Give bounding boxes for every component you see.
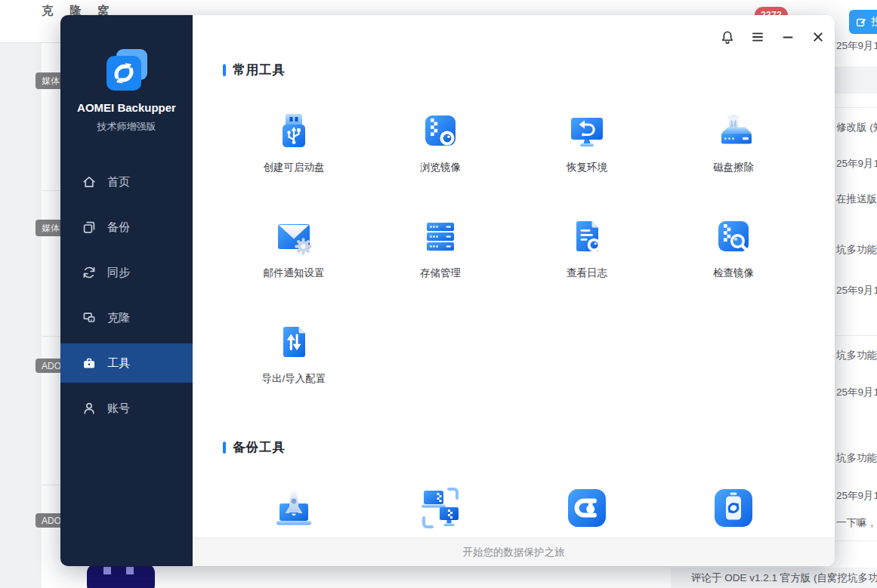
mail-notification-icon (273, 215, 315, 257)
tool-label: 导出/导入配置 (221, 372, 367, 386)
image-explore-icon (419, 109, 462, 152)
tool-label: 查看日志 (514, 266, 660, 280)
bg-list-separator (835, 66, 877, 94)
section-title: 备份工具 (223, 439, 835, 456)
tool-label: 存储管理 (367, 266, 514, 280)
sync-arrows-icon (82, 265, 97, 280)
tool-label: 恢复环境 (514, 161, 660, 174)
bg-text-snippet: 25年9月14 (836, 39, 877, 53)
image-deploy-icon (417, 485, 464, 531)
home-icon (82, 174, 97, 189)
notification-bell-icon[interactable] (719, 29, 736, 45)
tools-grid: 创建可启动盘 浏览镜像 (193, 109, 835, 426)
bg-left-column (0, 43, 42, 588)
view-logs-icon (566, 215, 608, 257)
brand-name: AOMEI Backupper (60, 101, 193, 114)
onekey-restore-icon (270, 485, 317, 531)
section-title: 常用工具 (223, 62, 835, 79)
sidebar: AOMEI Backupper 技术师增强版 首页 备份 (60, 15, 193, 566)
tool-explore-image[interactable]: 浏览镜像 (367, 109, 514, 215)
toolbox-icon (82, 356, 97, 371)
tool-view-logs[interactable]: 查看日志 (514, 215, 660, 321)
bg-text-snippet: 25年9月14 (836, 489, 877, 503)
sidebar-item-label: 备份 (107, 220, 130, 235)
aomei-backupper-window: AOMEI Backupper 技术师增强版 首页 备份 (60, 15, 835, 566)
bg-list-line (835, 540, 877, 541)
section-accent-bar (223, 442, 226, 454)
close-icon[interactable] (810, 29, 826, 45)
bg-submit-button[interactable]: 投 (849, 10, 877, 34)
clone-screens-icon (82, 310, 97, 325)
sidebar-item-backup[interactable]: 备份 (60, 208, 193, 247)
bg-list-line (835, 335, 877, 336)
tool-check-image[interactable]: 检查镜像 (660, 215, 807, 321)
recovery-environment-icon (566, 109, 608, 152)
tool-disk-wipe[interactable]: 磁盘擦除 (660, 109, 807, 215)
tool-label: 邮件通知设置 (221, 266, 367, 280)
bg-list-line (835, 107, 877, 108)
aomei-sync-logo-icon (103, 47, 150, 94)
tool-label: 浏览镜像 (367, 161, 514, 174)
pencil-edit-icon (856, 17, 866, 27)
account-person-icon (82, 401, 97, 416)
sidebar-item-label: 克隆 (107, 311, 130, 325)
sidebar-item-sync[interactable]: 同步 (60, 253, 193, 292)
minimize-icon[interactable] (780, 29, 796, 45)
section-accent-bar (223, 64, 226, 76)
sidebar-item-tools[interactable]: 工具 (60, 343, 193, 383)
sidebar-item-label: 账号 (107, 402, 130, 416)
bg-text-snippet: 坑多功能 (836, 349, 877, 362)
status-bar: 开始您的数据保护之旅 (193, 537, 835, 566)
bg-text-snippet: 一下嘛，我 (836, 516, 877, 530)
tool-mail-notification[interactable]: 邮件通知设置 (221, 215, 367, 321)
tool-recovery-environment[interactable]: 恢复环境 (514, 109, 660, 215)
sidebar-item-account[interactable]: 账号 (60, 389, 193, 428)
main-content: 常用工具 (193, 15, 835, 566)
bg-text-snippet: 坑多功能 (836, 243, 877, 257)
disk-wipe-icon (712, 109, 755, 152)
tool-label: 磁盘擦除 (660, 161, 807, 174)
bg-comment-row: 评论于 ODE v1.2.1 官方版 (自窝挖坑多功能 (671, 568, 877, 588)
config-transfer-icon (273, 321, 315, 363)
storage-manage-icon (419, 215, 462, 257)
tool-create-bootable-media[interactable]: 创建可启动盘 (221, 109, 367, 215)
status-text: 开始您的数据保护之旅 (463, 546, 565, 558)
brand-edition: 技术师增强版 (60, 120, 193, 134)
tool-label: 检查镜像 (660, 266, 807, 280)
bg-text-snippet: 25年9月14 (836, 157, 877, 171)
bg-text-snippet: 25年9月14 (836, 284, 877, 297)
mobile-backup-icon (710, 485, 757, 531)
bg-usb-illustration (87, 564, 155, 588)
sidebar-item-home[interactable]: 首页 (60, 162, 193, 202)
sidebar-nav: 首页 备份 同步 克隆 (60, 162, 193, 428)
sidebar-item-label: 同步 (107, 266, 130, 280)
section-common-tools: 常用工具 (193, 62, 835, 426)
bg-text-snippet: 坑多功能 (836, 451, 877, 465)
titlebar-controls (719, 29, 826, 45)
tool-label: 创建可启动盘 (221, 161, 367, 174)
sidebar-item-label: 工具 (107, 356, 130, 371)
bg-text-snippet: 25年9月14 (836, 386, 877, 399)
tool-storage-manage[interactable]: 存储管理 (367, 215, 514, 321)
sidebar-item-clone[interactable]: 克隆 (60, 298, 193, 337)
centralized-backup-icon (564, 485, 610, 531)
image-check-icon (712, 215, 755, 257)
bg-text-snippet: 在推送版 (836, 192, 877, 206)
section-backup-tools: 备份工具 (193, 439, 835, 550)
sidebar-item-label: 首页 (107, 175, 130, 189)
backup-copy-icon (82, 220, 97, 235)
usb-bootable-icon (273, 109, 315, 152)
bg-text-snippet: 修改版 (知 (836, 121, 877, 134)
menu-icon[interactable] (749, 29, 766, 45)
tool-export-import-config[interactable]: 导出/导入配置 (221, 321, 367, 426)
